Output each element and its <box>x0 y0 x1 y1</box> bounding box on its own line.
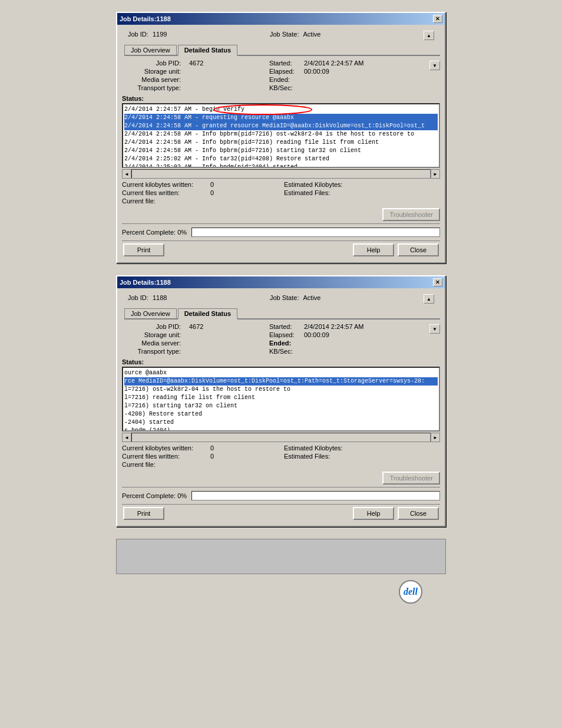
current-kb-row-1: Current kilobytes written: 0 <box>122 181 278 188</box>
dell-logo: dell <box>399 580 422 604</box>
scroll-right-2[interactable]: ► <box>431 433 440 442</box>
close-button-1[interactable]: ✕ <box>433 15 442 23</box>
status-line-1-4: 2/4/2014 2:24:58 AM - Info bpbrm(pid=721… <box>124 139 438 147</box>
print-button-1[interactable]: Print <box>123 243 164 256</box>
est-files-row-1: Estimated Files: <box>284 189 440 196</box>
close-button-1b[interactable]: Close <box>398 243 439 256</box>
media-server-label-2: Media server: <box>122 340 181 347</box>
elapsed-value-2: 00:00:09 <box>304 331 329 338</box>
separator-1 <box>122 223 440 224</box>
percent-complete-1: Percent Complete: 0% <box>122 229 187 236</box>
window-title-1: Job Details:1188 <box>120 15 171 22</box>
status-line-1-3: 2/4/2014 2:24:58 AM - Info bpbrm(pid=721… <box>124 130 438 139</box>
button-bar-1: Print Help Close <box>122 241 440 259</box>
title-controls-1: ✕ <box>433 15 442 23</box>
title-bar-1: Job Details:1188 ✕ <box>117 13 445 25</box>
tab-job-overview-2[interactable]: Job Overview <box>124 308 177 318</box>
button-bar-2: Print Help Close <box>122 504 440 522</box>
started-label-2: Started: <box>269 323 302 330</box>
status-line-1-1: 2/4/2014 2:24:58 AM - requesting resourc… <box>124 114 438 122</box>
progress-area-2: Percent Complete: 0% <box>122 491 440 500</box>
est-kb-row-1: Estimated Kilobytes: <box>284 181 440 188</box>
info-area-1: Job PID: 4672 Storage unit: Media server… <box>122 60 440 91</box>
storage-unit-label-1: Storage unit: <box>122 68 181 75</box>
status-line-2-3: l=7216) reading file list from client <box>124 394 438 402</box>
tab-job-overview-1[interactable]: Job Overview <box>124 45 177 55</box>
status-line-2-4: l=7216) starting tar32 on client <box>124 402 438 410</box>
title-bar-2: Job Details:1188 ✕ <box>117 276 445 288</box>
kbsec-label-1: KB/Sec: <box>269 84 302 91</box>
started-value-1: 2/4/2014 2:24:57 AM <box>304 60 364 67</box>
est-kb-row-2: Estimated Kilobytes: <box>284 444 440 452</box>
down-arrow-btn-2[interactable]: ▼ <box>429 324 440 334</box>
tab-detailed-status-1[interactable]: Detailed Status <box>178 45 237 56</box>
started-label-1: Started: <box>269 60 302 67</box>
down-arrow-btn-1[interactable]: ▼ <box>429 61 440 70</box>
started-value-2: 2/4/2014 2:24:57 AM <box>304 323 364 330</box>
scroll-track-2[interactable] <box>131 433 431 442</box>
tab-bar-2: Job Overview Detailed Status <box>124 308 440 319</box>
status-box-1[interactable]: 2/4/2014 2:24:57 AM - begin Verify 2/4/2… <box>122 103 440 168</box>
help-button-1[interactable]: Help <box>353 243 394 256</box>
info-right-2: Started: 2/4/2014 2:24:57 AM Elapsed: 00… <box>269 323 364 355</box>
help-close-group-2: Help Close <box>353 507 439 520</box>
tab-detailed-status-2[interactable]: Detailed Status <box>178 308 237 319</box>
kbsec-label-2: KB/Sec: <box>269 348 302 355</box>
job-state-2: Job State: Active <box>270 294 321 304</box>
title-controls-2: ✕ <box>433 278 442 286</box>
status-line-2-6: -2404) started <box>124 419 438 427</box>
close-button-2b[interactable]: Close <box>398 507 439 520</box>
scroll-right-1[interactable]: ► <box>431 169 440 179</box>
status-line-1-7: 2/4/2014 2:25:02 AM - Info bpdm(pid=2404… <box>124 163 438 168</box>
bottom-bar <box>116 539 446 574</box>
close-button-2[interactable]: ✕ <box>433 278 442 286</box>
help-close-group-1: Help Close <box>353 243 439 256</box>
current-files-row-1: Current files written: 0 <box>122 189 278 196</box>
job-state-1: Job State: Active <box>270 31 321 40</box>
troubleshooter-button-2[interactable]: Troubleshooter <box>382 472 440 485</box>
separator-2 <box>122 487 440 487</box>
current-files-row-2: Current files written: 0 <box>122 453 278 460</box>
stats-area-1: Current kilobytes written: 0 Current fil… <box>122 181 440 206</box>
print-button-2[interactable]: Print <box>123 507 164 520</box>
h-scroll-2: ◄ ► <box>122 433 440 442</box>
status-label-2: Status: <box>122 358 440 365</box>
elapsed-value-1: 00:00:09 <box>304 68 329 75</box>
status-line-2-0: ource @aaabx <box>124 369 438 377</box>
tab-bar-1: Job Overview Detailed Status <box>124 45 440 56</box>
scroll-left-1[interactable]: ◄ <box>122 169 131 179</box>
up-arrow-btn-1[interactable]: ▲ <box>424 31 434 40</box>
job-pid-label-2: Job PID: <box>122 323 181 330</box>
job-details-window-1: Job Details:1188 ✕ Job ID: 1199 Job Stat… <box>116 12 446 263</box>
job-pid-value-2: 4672 <box>189 323 203 330</box>
help-button-2[interactable]: Help <box>353 507 394 520</box>
job-id-label-1: Job ID: 1199 <box>128 31 167 40</box>
progress-bar-1 <box>191 228 440 237</box>
window-title-2: Job Details:1188 <box>120 279 171 286</box>
troubleshooter-area-1: Troubleshooter <box>122 208 440 221</box>
troubleshooter-button-1[interactable]: Troubleshooter <box>382 208 440 221</box>
status-line-2-2: l=7216) ost-w2k8r2-04 is the host to res… <box>124 386 438 394</box>
transport-type-label-2: Transport type: <box>122 348 181 355</box>
stat-col-left-1: Current kilobytes written: 0 Current fil… <box>122 181 278 206</box>
scroll-track-1[interactable] <box>131 169 431 179</box>
storage-unit-label-2: Storage unit: <box>122 331 181 338</box>
up-arrow-btn-2[interactable]: ▲ <box>424 294 434 304</box>
est-files-row-2: Estimated Files: <box>284 453 440 460</box>
elapsed-label-2: Elapsed: <box>269 331 302 338</box>
status-line-2-7: s bpdm (2404) <box>124 427 438 431</box>
job-id-label-2: Job ID: 1188 <box>128 294 167 304</box>
scroll-left-2[interactable]: ◄ <box>122 433 131 442</box>
window-1: Job Details:1188 ✕ Job ID: 1199 Job Stat… <box>116 12 446 263</box>
status-line-2-1: rce MediaID=@aaabx:DiskVolume=ost_t:Disk… <box>124 377 438 386</box>
job-pid-label-1: Job PID: <box>122 60 181 67</box>
status-section-2: Status: ource @aaabx rce MediaID=@aaabx:… <box>122 358 440 442</box>
spacer-2: ▼ <box>429 323 440 355</box>
dell-logo-container: dell <box>116 580 446 604</box>
info-left-1: Job PID: 4672 Storage unit: Media server… <box>122 60 203 91</box>
status-box-2[interactable]: ource @aaabx rce MediaID=@aaabx:DiskVolu… <box>122 367 440 431</box>
current-file-row-2: Current file: <box>122 461 278 468</box>
stat-col-right-1: Estimated Kilobytes: Estimated Files: <box>284 181 440 206</box>
transport-type-label-1: Transport type: <box>122 84 181 91</box>
job-details-window-2: Job Details:1188 ✕ Job ID: 1188 Job Stat… <box>116 275 446 527</box>
